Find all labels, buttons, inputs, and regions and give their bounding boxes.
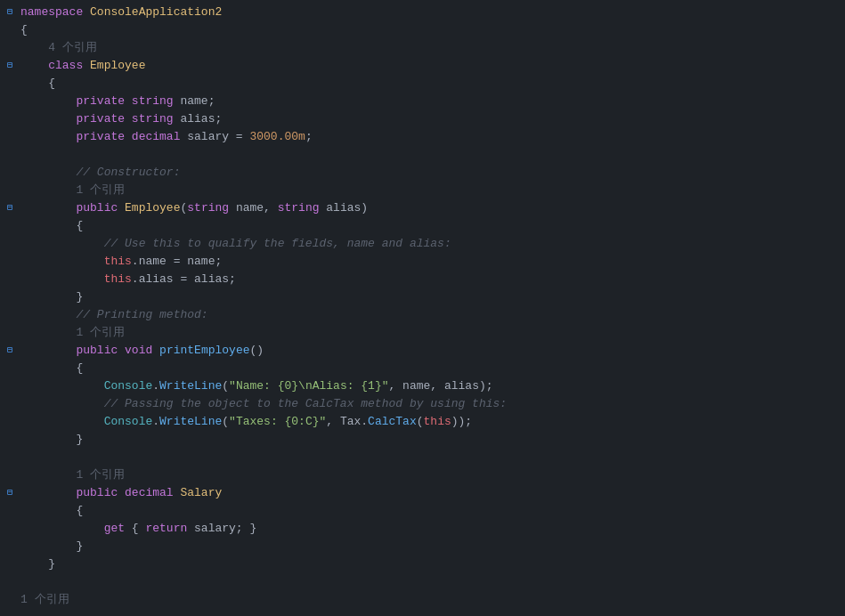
code-text: public Employee(string name, string alia… (17, 199, 845, 217)
code-line: this.alias = alias; (0, 271, 845, 288)
code-line: 1 个引用 (0, 591, 845, 609)
code-line: 1 个引用 (0, 182, 845, 199)
code-line: // Passing the object to the CalcTax met… (0, 395, 845, 413)
code-line: } (0, 288, 845, 306)
code-line: } (0, 555, 845, 573)
code-text: Console.WriteLine("Name: {0}\nAlias: {1}… (17, 377, 845, 395)
code-text: } (17, 288, 845, 306)
code-text: this.alias = alias; (17, 271, 845, 288)
code-line: private string name; (0, 93, 845, 110)
code-line: 4 个引用 (0, 39, 845, 57)
code-text: { (17, 360, 845, 377)
code-text: 1 个引用 (17, 324, 845, 342)
code-text: // Passing the object to the CalcTax met… (17, 395, 845, 413)
code-text: 1 个引用 (17, 466, 845, 484)
code-line: private string alias; (0, 110, 845, 128)
code-text: private string alias; (17, 110, 845, 128)
fold-indicator[interactable]: ⊟ (3, 199, 17, 217)
fold-indicator[interactable]: ⊟ (3, 342, 17, 360)
code-line: Console.WriteLine("Name: {0}\nAlias: {1}… (0, 377, 845, 395)
code-text: // Use this to qualify the fields, name … (17, 235, 845, 253)
code-text: Console.WriteLine("Taxes: {0:C}", Tax.Ca… (17, 413, 845, 431)
code-text: class Employee (17, 57, 845, 75)
code-line: Console.WriteLine("Taxes: {0:C}", Tax.Ca… (0, 413, 845, 431)
code-line: { (0, 75, 845, 93)
code-text: public void printEmployee() (17, 342, 845, 360)
fold-indicator[interactable]: ⊟ (3, 4, 17, 21)
code-line: this.name = name; (0, 253, 845, 271)
code-line (0, 449, 845, 466)
code-line: ⊟ public void printEmployee() (0, 342, 845, 360)
code-line: // Printing method: (0, 306, 845, 324)
code-line: 1 个引用 (0, 324, 845, 342)
code-line: { (0, 217, 845, 235)
code-text: { (17, 75, 845, 93)
code-line: 1 个引用 (0, 466, 845, 484)
code-line: ⊟ class Employee (0, 57, 845, 75)
code-line: ⊟ public Employee(string name, string al… (0, 199, 845, 217)
code-line: get { return salary; } (0, 520, 845, 538)
code-text: } (17, 538, 845, 555)
code-line: private decimal salary = 3000.00m; (0, 128, 845, 146)
code-line: { (0, 21, 845, 39)
code-text: get { return salary; } (17, 520, 845, 538)
code-line: } (0, 538, 845, 555)
code-text: 4 个引用 (17, 39, 845, 57)
code-line: ⊟namespace ConsoleApplication2 (0, 4, 845, 21)
code-editor: ⊟namespace ConsoleApplication2{ 4 个引用⊟ c… (0, 0, 845, 616)
code-line (0, 573, 845, 591)
code-line: { (0, 502, 845, 520)
fold-indicator[interactable]: ⊟ (3, 484, 17, 502)
code-line: // Use this to qualify the fields, name … (0, 235, 845, 253)
code-text: { (17, 502, 845, 520)
code-text: { (17, 217, 845, 235)
code-text: this.name = name; (17, 253, 845, 271)
code-text: namespace ConsoleApplication2 (17, 4, 845, 21)
code-text: private decimal salary = 3000.00m; (17, 128, 845, 146)
code-line (0, 146, 845, 164)
code-text: 1 个引用 (17, 182, 845, 199)
code-text: public decimal Salary (17, 484, 845, 502)
code-text: } (17, 431, 845, 449)
code-text: // Constructor: (17, 164, 845, 182)
code-line: // Constructor: (0, 164, 845, 182)
fold-indicator[interactable]: ⊟ (3, 57, 17, 75)
code-text: private string name; (17, 93, 845, 110)
code-text: } (17, 555, 845, 573)
code-line: } (0, 431, 845, 449)
code-text: { (17, 21, 845, 39)
code-text: 1 个引用 (17, 591, 845, 609)
code-line: { (0, 360, 845, 377)
code-line: ⊟ public decimal Salary (0, 484, 845, 502)
code-text: // Printing method: (17, 306, 845, 324)
